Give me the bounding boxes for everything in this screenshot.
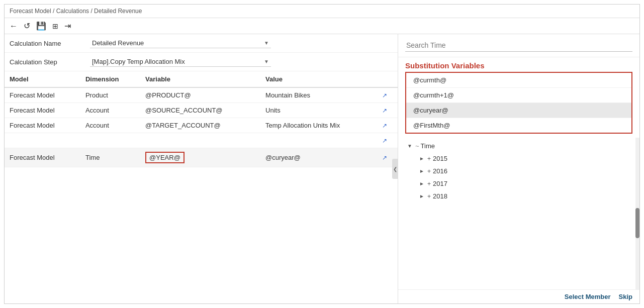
row5-value: @curyear@ [260, 148, 377, 167]
export-icon[interactable]: ⇥ [64, 21, 71, 31]
tree-root-arrow: ▼ [407, 143, 415, 149]
refresh-icon[interactable]: ↺ [24, 21, 30, 31]
calc-step-label: Calculation Step [10, 58, 90, 66]
variables-table: Model Dimension Variable Value Forecast … [5, 71, 398, 167]
col-value: Value [260, 71, 377, 87]
subst-variables-label: Substitution Variables [398, 57, 639, 72]
tree-2018-label: 2018 [433, 192, 630, 200]
tree-2015-label: 2015 [433, 155, 630, 162]
save-as-icon[interactable]: ⊞ [52, 22, 58, 30]
row1-link[interactable]: ↗ [377, 87, 398, 103]
tree-root[interactable]: ▼ ~ Time [405, 140, 632, 152]
row2-link[interactable]: ↗ [377, 103, 398, 118]
row3-value: Temp Allocation Units Mix [260, 118, 377, 133]
row5-dimension: Time [80, 148, 140, 167]
row3-dimension: Account [80, 118, 140, 133]
tree-2018-arrow: ► [419, 193, 427, 199]
search-area [398, 34, 639, 57]
tree-child-2016: ► + 2016 [405, 165, 632, 177]
scrollbar-thumb[interactable] [635, 208, 639, 238]
save-icon[interactable]: 💾 [36, 21, 46, 31]
tree-child-2018: ► + 2018 [405, 190, 632, 202]
col-dimension: Dimension [80, 71, 140, 87]
tree-child-2017: ► + 2017 [405, 177, 632, 190]
tree-2016-arrow: ► [419, 168, 427, 174]
spacer4 [260, 133, 377, 148]
calc-name-label: Calculation Name [10, 40, 90, 47]
spacer5[interactable]: ↗ [377, 133, 398, 148]
tree-2017-plus: + [427, 180, 431, 187]
row1-value: Mountain Bikes [260, 87, 377, 103]
dropdown-item-curyear[interactable]: @curyear@ [406, 103, 631, 118]
calc-step-select[interactable]: [Map].Copy Temp Allocation Mix ▼ [90, 57, 271, 67]
tree-2018-plus: + [427, 193, 431, 200]
tree-child-2015: ► + 2015 [405, 152, 632, 165]
row2-model: Forecast Model [5, 103, 80, 118]
panel-toggle[interactable]: ❮ [392, 159, 398, 179]
tree-item-2015[interactable]: ► + 2015 [417, 152, 632, 165]
row1-dimension: Product [80, 87, 140, 103]
bottom-actions: Select Member Skip [398, 289, 639, 303]
skip-button[interactable]: Skip [619, 293, 632, 300]
calc-step-arrow: ▼ [264, 59, 269, 64]
tree-2017-arrow: ► [419, 181, 427, 186]
calc-name-arrow: ▼ [264, 40, 269, 46]
row2-value: Units [260, 103, 377, 118]
variables-table-container: Model Dimension Variable Value Forecast … [5, 71, 398, 303]
tree-2016-plus: + [427, 168, 431, 175]
variable-boxed[interactable]: @YEAR@ [145, 152, 185, 163]
row1-model: Forecast Model [5, 87, 80, 103]
table-row: Forecast Model Account @SOURCE_ACCOUNT@ … [5, 103, 398, 118]
calc-step-value: [Map].Copy Temp Allocation Mix [92, 58, 264, 65]
toolbar: ← ↺ 💾 ⊞ ⇥ [5, 18, 639, 34]
tree-root-label: Time [421, 142, 630, 150]
calc-step-row: Calculation Step [Map].Copy Temp Allocat… [5, 53, 398, 71]
right-panel: ❮ Substitution Variables @curmth@ @curmt… [398, 34, 639, 303]
spacer1 [5, 133, 80, 148]
tree-2015-plus: + [427, 155, 431, 162]
row5-model: Forecast Model [5, 148, 80, 167]
tree-2017-label: 2017 [433, 180, 630, 187]
tree-item-2018[interactable]: ► + 2018 [417, 190, 632, 202]
row2-dimension: Account [80, 103, 140, 118]
dropdown-item-curmth[interactable]: @curmth@ [406, 73, 631, 88]
col-variable: Variable [140, 71, 260, 87]
calc-name-row: Calculation Name Detailed Revenue ▼ [5, 34, 398, 53]
spacer2 [80, 133, 140, 148]
row5-variable: @YEAR@ [140, 148, 260, 167]
substitution-dropdown: @curmth@ @curmth+1@ @curyear@ @FirstMth@ [405, 72, 632, 134]
table-row-active: Forecast Model Time @YEAR@ @curyear@ ↗ [5, 148, 398, 167]
search-input[interactable] [405, 39, 632, 52]
breadcrumb-text: Forecast Model / Calculations / Detailed… [10, 8, 142, 15]
table-row: Forecast Model Product @PRODUCT@ Mountai… [5, 87, 398, 103]
tree-2016-label: 2016 [433, 167, 630, 175]
scrollbar-track [635, 138, 639, 289]
row1-variable: @PRODUCT@ [140, 87, 260, 103]
tree-item-2017[interactable]: ► + 2017 [417, 177, 632, 190]
dropdown-item-firstmth[interactable]: @FirstMth@ [406, 118, 631, 133]
tree-root-tilde: ~ [415, 142, 419, 150]
row3-model: Forecast Model [5, 118, 80, 133]
tree-item-2016[interactable]: ► + 2016 [417, 165, 632, 177]
select-member-button[interactable]: Select Member [565, 293, 611, 300]
row3-link[interactable]: ↗ [377, 118, 398, 133]
col-action [377, 71, 398, 87]
back-icon[interactable]: ← [10, 22, 18, 31]
col-model: Model [5, 71, 80, 87]
left-panel: Calculation Name Detailed Revenue ▼ Calc… [5, 34, 398, 303]
spacer3 [140, 133, 260, 148]
breadcrumb: Forecast Model / Calculations / Detailed… [5, 5, 639, 18]
row3-variable: @TARGET_ACCOUNT@ [140, 118, 260, 133]
row2-variable: @SOURCE_ACCOUNT@ [140, 103, 260, 118]
tree-2015-arrow: ► [419, 156, 427, 161]
dropdown-item-curmth1[interactable]: @curmth+1@ [406, 88, 631, 103]
calc-name-value: Detailed Revenue [92, 39, 264, 47]
tree-area: ▼ ~ Time ► + 2015 ► + 2016 [398, 138, 639, 289]
calc-name-select[interactable]: Detailed Revenue ▼ [90, 38, 271, 48]
table-row-spacer: ↗ [5, 133, 398, 148]
table-row: Forecast Model Account @TARGET_ACCOUNT@ … [5, 118, 398, 133]
